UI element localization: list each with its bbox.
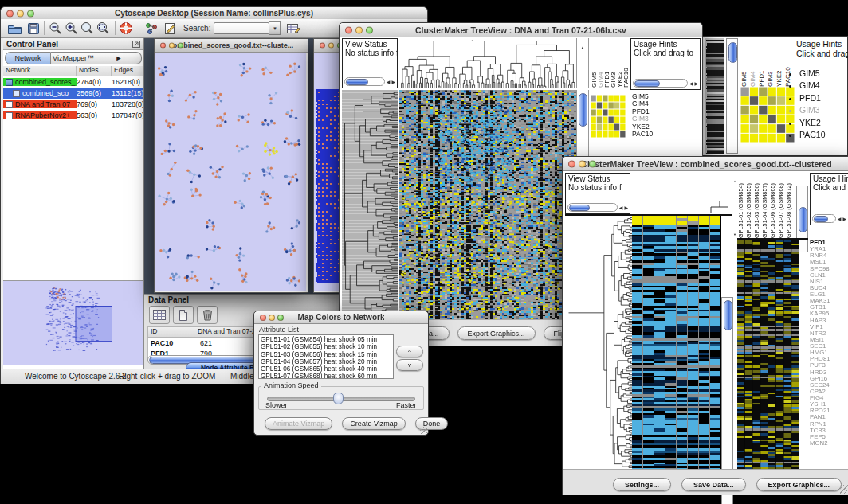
dialog-button[interactable]: Animate Vizmap (265, 417, 332, 430)
gene-label[interactable]: PAC10 (799, 129, 826, 141)
scroll-left-icon[interactable] (619, 205, 623, 210)
network-row[interactable]: combined_scores_ 2764(0) 16218(0) (3, 76, 143, 88)
column-label[interactable]: GIM5 (740, 38, 749, 87)
scrollbar-thumb[interactable] (634, 80, 660, 87)
zoom-fit-icon[interactable] (96, 21, 112, 35)
attribute-item[interactable]: GPL51-04 (GSM857) heat shock 20 min (261, 358, 383, 365)
expression-heatmap[interactable] (632, 216, 721, 469)
gene-label[interactable]: PAC10 (632, 131, 653, 138)
speed-slider-thumb[interactable] (333, 393, 344, 404)
zoom-heatmap[interactable] (737, 240, 799, 469)
gene-label[interactable]: YKE2 (799, 117, 826, 129)
delete-attribute-icon[interactable] (197, 306, 218, 324)
treeview-button[interactable]: Save Data... (681, 478, 746, 491)
resize-grip[interactable] (420, 427, 427, 434)
move-down-button[interactable]: v (396, 359, 423, 371)
minimize-icon[interactable] (269, 315, 275, 321)
column-label[interactable]: GIM4 (749, 38, 758, 87)
column-label[interactable]: YKE2 (616, 38, 622, 88)
control-panel-tab[interactable]: ► (96, 52, 142, 64)
scroll-right-icon[interactable] (624, 205, 628, 210)
save-session-icon[interactable] (26, 22, 41, 35)
minimize-icon[interactable] (17, 10, 24, 17)
control-panel-tab[interactable]: Network (5, 52, 51, 64)
scroll-up-icon[interactable] (580, 45, 585, 50)
attribute-browser-icon[interactable] (286, 22, 301, 35)
minimize-icon[interactable] (579, 160, 586, 167)
scroll-left-icon[interactable] (838, 217, 842, 221)
column-label[interactable]: YKE2 (775, 38, 784, 87)
network-overview-canvas[interactable] (3, 281, 143, 365)
zoom-window-icon[interactable] (178, 43, 183, 49)
treeview-combined-titlebar[interactable]: ClusterMaker TreeView : combined_scores_… (563, 157, 848, 171)
column-label[interactable]: GPL51-06 (GSM865) (769, 171, 777, 238)
attribute-item[interactable]: GPL51-01 (GSM854) heat shock 05 min (261, 336, 383, 343)
column-label[interactable]: GPL51-07 (GSM868) (777, 171, 785, 238)
minimize-icon[interactable] (328, 43, 334, 49)
zoom-window-icon[interactable] (277, 315, 284, 321)
attribute-item[interactable]: GPL51-02 (GSM855) heat shock 10 min (261, 343, 383, 350)
similarity-matrix[interactable] (591, 95, 626, 138)
scroll-right-icon[interactable] (842, 217, 846, 221)
control-panel-tabs[interactable]: NetworkVizMapper™► (3, 50, 143, 66)
gene-label[interactable]: GIM5 (799, 68, 826, 80)
expression-heatmap[interactable] (399, 90, 576, 319)
gene-label[interactable]: PFD1 (799, 92, 826, 104)
attribute-items[interactable]: GPL51-01 (GSM854) heat shock 05 minGPL51… (259, 335, 385, 379)
close-icon[interactable] (160, 43, 166, 49)
scroll-left-icon[interactable] (689, 81, 693, 86)
gene-label[interactable]: MON2 (810, 440, 848, 447)
vertical-scrollbar[interactable] (726, 38, 738, 154)
zoom-window-icon[interactable] (589, 160, 596, 167)
similarity-matrix[interactable] (740, 87, 795, 143)
zoom-window-icon[interactable] (366, 26, 373, 33)
network-row[interactable]: DNA and Tran 07 769(0) 183728(0) (3, 99, 143, 110)
treeview-button[interactable]: Export Graphics... (756, 478, 842, 491)
treeview-button[interactable]: Export Graphics... (457, 326, 536, 340)
column-dendrogram-header[interactable] (632, 173, 732, 214)
column-label[interactable]: GIM4 (597, 38, 603, 88)
zoom-window-icon[interactable] (27, 10, 34, 17)
minimize-icon[interactable] (355, 26, 363, 33)
column-label[interactable]: GPL51-03 (GSM856) (753, 171, 761, 238)
dialog-titlebar[interactable]: Map Colors to Network (254, 311, 428, 324)
hscrollbar[interactable] (812, 214, 836, 223)
window-controls[interactable] (6, 10, 34, 17)
global-heatmap-strip[interactable] (705, 38, 724, 154)
gene-label[interactable]: GIM4 (799, 80, 826, 92)
scroll-left-icon[interactable] (387, 80, 391, 84)
column-label[interactable]: GPL51-04 (GSM857) (761, 171, 769, 238)
hscrollbar[interactable] (344, 77, 385, 86)
treeview-button[interactable]: Settings... (613, 478, 671, 491)
scrollbar-thumb[interactable] (728, 42, 737, 63)
minimize-icon[interactable] (169, 43, 175, 49)
close-icon[interactable] (320, 43, 325, 49)
scroll-right-icon[interactable] (391, 80, 395, 84)
attribute-item[interactable]: GPL51-03 (GSM856) heat shock 15 min (261, 351, 383, 358)
attribute-item[interactable]: GPL51-07 (GSM868) heat shock 60 min (261, 373, 383, 379)
close-icon[interactable] (6, 10, 14, 17)
column-label[interactable]: PFD1 (758, 38, 767, 87)
network-row[interactable]: RNAPuberNov2+ 563(0) 107847(0) (3, 110, 143, 121)
network-row[interactable]: combined_sco 2569(6) 13112(15) (3, 88, 143, 99)
search-dropdown-button[interactable] (269, 21, 281, 35)
attribute-listbox[interactable]: GPL51-01 (GSM854) heat shock 05 minGPL51… (258, 334, 394, 379)
new-attribute-icon[interactable] (173, 306, 194, 324)
scrollbar-thumb[interactable] (799, 207, 807, 232)
scroll-up-icon[interactable] (733, 180, 736, 183)
column-label[interactable]: GIM3 (767, 38, 775, 87)
annotation-icon[interactable] (163, 22, 177, 35)
search-input[interactable] (214, 22, 269, 34)
help-icon[interactable] (119, 21, 133, 35)
scrollbar-thumb[interactable] (814, 216, 828, 222)
attribute-select-icon[interactable] (149, 306, 170, 324)
column-dendrogram[interactable] (399, 38, 576, 88)
dialog-button[interactable]: Create Vizmap (342, 417, 405, 430)
row-dendrogram[interactable] (342, 90, 398, 319)
scrollbar-thumb[interactable] (724, 300, 732, 330)
move-up-button[interactable]: ^ (396, 346, 423, 357)
treeview-dna-titlebar[interactable]: ClusterMaker TreeView : DNA and Tran 07-… (340, 23, 702, 37)
column-label[interactable]: GPL51-02 (GSM855) (745, 171, 753, 238)
scroll-down-icon[interactable] (733, 233, 736, 236)
treeview-combined-buttons[interactable]: Settings...Save Data...Export Graphics..… (613, 478, 842, 491)
